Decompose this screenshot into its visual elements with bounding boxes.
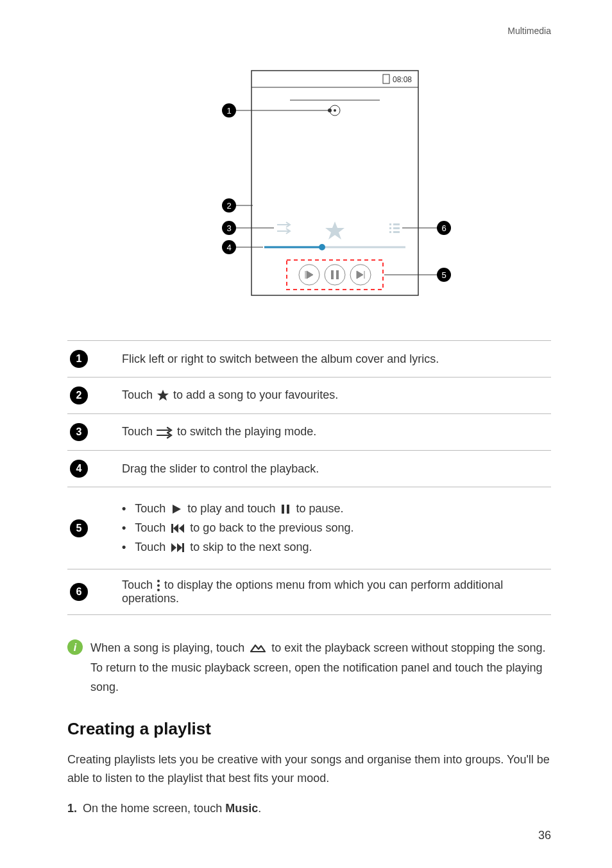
row-2-text: Touch to add a song to your favourites.	[122, 378, 551, 414]
svg-rect-17	[389, 223, 391, 225]
svg-marker-47	[179, 524, 184, 533]
svg-marker-41	[157, 390, 169, 401]
callout-marker-6: 6	[70, 583, 88, 601]
svg-text:5: 5	[441, 270, 446, 280]
svg-rect-44	[287, 505, 289, 514]
svg-marker-48	[171, 543, 176, 552]
row-6-text: Touch to display the options menu from w…	[122, 569, 551, 615]
svg-point-52	[157, 584, 160, 587]
shuffle-icon	[156, 426, 174, 439]
svg-rect-19	[389, 231, 391, 233]
bullet-prev: Touch to go back to the previous song.	[122, 521, 545, 535]
header-section: Multimedia	[507, 26, 551, 36]
row-4-text: Drag the slider to control the playback.	[122, 451, 551, 487]
svg-rect-18	[389, 227, 391, 229]
page-number: 36	[538, 829, 551, 842]
svg-point-51	[157, 580, 160, 582]
svg-rect-21	[393, 227, 400, 229]
svg-point-34	[325, 265, 345, 285]
row-3-text: Touch to switch the playing mode.	[122, 414, 551, 451]
kebab-icon	[156, 579, 161, 592]
svg-marker-46	[173, 524, 178, 533]
section-paragraph: Creating playlists lets you be creative …	[67, 751, 551, 788]
home-icon	[250, 642, 266, 654]
svg-rect-0	[251, 71, 418, 295]
row-5-bullets: Touch to play and touch to pause. Touch …	[122, 502, 545, 554]
svg-rect-50	[182, 543, 184, 552]
svg-rect-36	[336, 270, 339, 279]
svg-rect-45	[171, 524, 173, 533]
diagram-time: 08:08	[393, 75, 412, 84]
bullet-next: Touch to skip to the next song.	[122, 541, 545, 554]
svg-text:2: 2	[226, 201, 231, 211]
svg-rect-43	[282, 505, 284, 514]
star-icon	[156, 388, 170, 403]
callout-marker-3: 3	[70, 423, 88, 441]
section-heading: Creating a playlist	[67, 719, 551, 739]
callout-table: 1 Flick left or right to switch between …	[67, 340, 551, 615]
svg-text:4: 4	[226, 243, 231, 252]
callout-marker-1: 1	[70, 350, 88, 368]
svg-text:6: 6	[441, 223, 446, 233]
svg-point-53	[157, 589, 160, 591]
row-1-text: Flick left or right to switch between th…	[122, 341, 551, 378]
svg-point-28	[319, 244, 325, 250]
prev-icon	[171, 523, 185, 534]
info-icon: i	[67, 639, 83, 655]
svg-point-9	[328, 108, 332, 112]
bullet-play-pause: Touch to play and touch to pause.	[122, 502, 545, 516]
next-icon	[171, 542, 185, 553]
svg-text:1: 1	[226, 106, 231, 116]
svg-text:3: 3	[226, 223, 231, 233]
step-1: 1. On the home screen, touch Music.	[67, 799, 551, 818]
svg-marker-42	[173, 505, 181, 514]
svg-rect-35	[331, 270, 334, 279]
diagram-svg: 08:08 1 2 3 6	[142, 64, 476, 308]
play-icon	[171, 503, 182, 515]
pause-icon	[280, 503, 291, 515]
svg-marker-16	[325, 221, 344, 239]
callout-marker-4: 4	[70, 460, 88, 478]
music-player-diagram: 08:08 1 2 3 6	[67, 64, 551, 308]
callout-marker-5: 5	[70, 519, 88, 537]
svg-point-5	[334, 109, 336, 112]
svg-rect-1	[383, 74, 389, 83]
tip-block: i When a song is playing, touch to exit …	[67, 638, 551, 697]
callout-marker-2: 2	[70, 386, 88, 404]
svg-marker-49	[177, 543, 182, 552]
svg-rect-22	[393, 231, 400, 233]
svg-rect-20	[393, 223, 400, 225]
